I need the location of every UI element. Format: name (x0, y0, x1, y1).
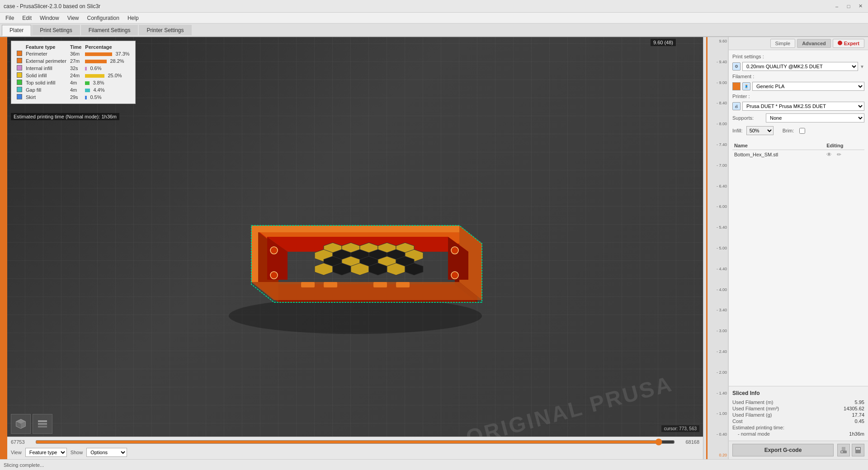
advanced-mode-button[interactable]: Advanced (797, 39, 831, 48)
edit-icon[interactable]: ✏ (837, 151, 841, 158)
scale-label-900: - 9.00 (717, 80, 727, 85)
menu-view[interactable]: View (64, 14, 83, 22)
printer-select[interactable]: Prusa DUET * Prusa MK2.5S DUET (742, 102, 864, 111)
bottom-selects: View Feature type Show Options (7, 447, 703, 458)
export-area: Export G-code (729, 441, 868, 459)
maximize-button[interactable]: □ (844, 2, 853, 10)
view-select[interactable]: Feature type (25, 448, 67, 457)
svg-point-38 (451, 247, 458, 254)
show-label: Show (71, 450, 83, 455)
menubar: File Edit Window View Configuration Help (0, 13, 868, 24)
sliced-info: Sliced Info Used Filament (m) 5.95 Used … (729, 386, 868, 441)
minimize-button[interactable]: – (833, 2, 841, 10)
feature-time-cell: 24m (68, 72, 83, 79)
supports-label: Supports: (732, 115, 764, 121)
svg-rect-43 (373, 282, 387, 287)
info-row-est-title: Estimated printing time: (732, 424, 864, 431)
tab-printer-settings[interactable]: Printer Settings (139, 25, 191, 35)
filament-select[interactable]: Generic PLA (752, 82, 864, 91)
menu-window[interactable]: Window (36, 14, 63, 22)
feature-color-dot (17, 65, 22, 70)
label-normal-mode: - normal mode (738, 431, 770, 437)
export-gcode-button[interactable]: Export G-code (732, 444, 834, 456)
infill-select[interactable]: 50% (746, 126, 774, 135)
print-settings-label: Print settings : (732, 54, 764, 59)
tab-plater[interactable]: Plater (2, 25, 31, 36)
scale-axis: 9.60 - 9.40 - 9.00 - 8.40 - 8.00 - 7.40 … (703, 37, 728, 459)
feature-pct-cell: 0.6% (83, 65, 131, 72)
feature-bar (85, 81, 90, 85)
feature-bar (85, 67, 87, 70)
menu-configuration[interactable]: Configuration (84, 14, 123, 22)
feature-time-cell: 4m (68, 79, 83, 86)
svg-rect-41 (301, 282, 315, 287)
simple-mode-button[interactable]: Simple (770, 39, 796, 48)
feature-time-cell: 29s (68, 94, 83, 101)
scale-label-300: - 3.00 (717, 329, 727, 333)
object-editing-cell: 👁 ✏ (825, 150, 864, 160)
info-row-filament-g: Used Filament (g) 17.74 (732, 412, 864, 418)
brim-checkbox[interactable] (799, 128, 805, 134)
svg-rect-57 (856, 448, 857, 450)
menu-file[interactable]: File (2, 14, 18, 22)
supports-row: Supports: None (732, 113, 864, 122)
feature-color-dot (17, 72, 22, 78)
feature-row: Top solid infill 4m 3.8% (15, 79, 132, 86)
svg-marker-6 (251, 226, 459, 232)
supports-select[interactable]: None (766, 113, 864, 122)
feature-color-dot (17, 80, 22, 85)
svg-rect-58 (858, 448, 859, 450)
info-row-filament-m: Used Filament (m) 5.95 (732, 399, 864, 405)
3d-view-button[interactable] (11, 414, 31, 434)
svg-rect-44 (396, 282, 410, 287)
col-editing-header: Editing (825, 141, 864, 150)
print-settings-select[interactable]: 0.20mm QUALITY @MK2.5 DUET (742, 62, 858, 71)
feature-row: Gap fill 4m 4.4% (15, 86, 132, 94)
sd-card-button[interactable] (852, 444, 864, 456)
col-name-header: Name (732, 141, 825, 150)
right-panel: Simple Advanced Expert Print settings : … (728, 37, 868, 459)
printer-icon: 🖨 (732, 102, 741, 110)
info-row-filament-mm3: Used Filament (mm³) 14305.62 (732, 405, 864, 412)
menu-edit[interactable]: Edit (19, 14, 35, 22)
object-name: Bottom_Hex_SM.stl (734, 152, 778, 157)
layer-view-button[interactable] (33, 414, 52, 434)
scale-label-440: - 4.40 (717, 267, 727, 271)
status-text: Slicing complete... (4, 462, 44, 468)
feature-pct-cell: 37.3% (83, 50, 131, 57)
filament-color-swatch[interactable] (732, 82, 741, 90)
scale-label-340: - 3.40 (717, 308, 727, 312)
scale-label-040: - 0.40 (717, 432, 727, 437)
export-extra-icons (837, 444, 864, 456)
send-icon (840, 446, 848, 454)
label-est-title: Estimated printing time: (732, 425, 784, 430)
printer-select-row: 🖨 Prusa DUET * Prusa MK2.5S DUET (732, 102, 864, 111)
value-filament-m: 5.95 (855, 400, 864, 405)
layer-slider[interactable] (35, 439, 675, 445)
svg-point-40 (451, 272, 458, 279)
printer-row: Printer : (732, 94, 864, 99)
label-cost: Cost (732, 418, 743, 424)
visibility-icon[interactable]: 👁 (826, 151, 832, 158)
show-select[interactable]: Options (86, 448, 127, 457)
scale-label-200: - 2.00 (717, 370, 727, 375)
print-settings-row: Print settings : (732, 54, 864, 59)
expert-dot-icon (838, 41, 842, 45)
svg-marker-8 (251, 282, 482, 300)
svg-rect-54 (841, 451, 843, 452)
expert-mode-button[interactable]: Expert (833, 39, 864, 48)
send-to-printer-button[interactable] (837, 444, 850, 456)
infill-label: Infill: (732, 128, 743, 133)
print-settings-dropdown-icon[interactable]: ▼ (860, 64, 864, 69)
object-name-cell: Bottom_Hex_SM.stl (732, 150, 825, 160)
tab-filament-settings[interactable]: Filament Settings (81, 25, 138, 35)
tab-print-settings[interactable]: Print Settings (32, 25, 80, 35)
scale-label-960: 9.60 (719, 39, 727, 43)
menu-help[interactable]: Help (124, 14, 142, 22)
value-filament-g: 17.74 (852, 412, 864, 418)
infill-brim-row: Infill: 50% Brim: (732, 125, 864, 136)
svg-marker-9 (251, 226, 258, 282)
viewport[interactable]: ORIGINAL PRUSA (7, 37, 703, 459)
close-button[interactable]: ✕ (856, 2, 864, 10)
scale-label-020: 0.20 (719, 453, 727, 457)
